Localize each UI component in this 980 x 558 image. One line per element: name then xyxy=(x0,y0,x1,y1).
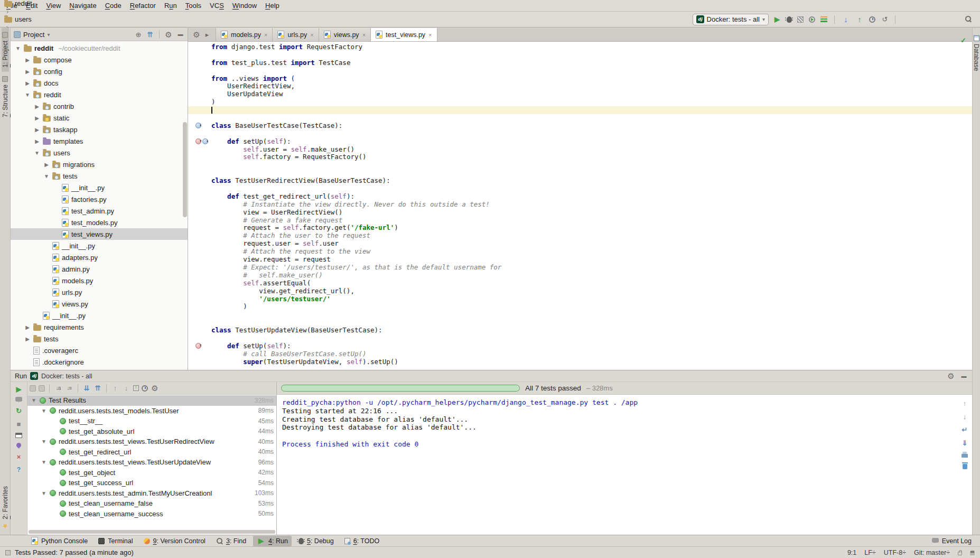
test-tree-row[interactable]: test_get_success_url 54ms xyxy=(27,478,276,488)
show-passed-icon[interactable] xyxy=(30,385,36,392)
undo-icon[interactable]: ↺ xyxy=(881,15,889,24)
expand-arrow-icon[interactable]: ▶ xyxy=(24,57,31,63)
project-tree-row[interactable]: ▶ taskapp xyxy=(11,124,188,135)
editor-tab-models.py[interactable]: models.py × xyxy=(216,28,273,41)
run-test-gutter-icon[interactable] xyxy=(195,123,201,128)
code-line[interactable]: def test_get_redirect_url(self): xyxy=(188,193,980,201)
collapse-all-icon[interactable]: ⇈ xyxy=(146,30,154,39)
project-tree-row[interactable]: ▶ migrations xyxy=(11,159,188,170)
project-tree-row[interactable]: ▶ compose xyxy=(11,54,188,66)
project-tree-row[interactable]: ▶ requirements xyxy=(11,321,188,333)
expand-arrow-icon[interactable]: ▶ xyxy=(24,336,31,342)
debug-icon[interactable] xyxy=(787,16,792,23)
breadcrumb-item[interactable]: reddit xyxy=(4,0,55,7)
project-tree-row[interactable]: urls.py xyxy=(11,286,188,298)
expand-all-icon[interactable]: ⇊ xyxy=(82,384,91,393)
code-line[interactable] xyxy=(188,51,980,59)
code-line[interactable]: view.request = request xyxy=(188,256,980,264)
project-tree-row[interactable]: __init__.py xyxy=(11,240,188,252)
tab-settings-icon[interactable]: ⚙ xyxy=(192,31,201,39)
project-tree-row[interactable]: ▼ reddit xyxy=(11,89,188,100)
code-line[interactable]: def setUp(self): xyxy=(188,138,980,146)
test-tree-row[interactable]: ▼ reddit.users.tests.test_views.TestUser… xyxy=(27,436,276,447)
code-line[interactable]: from ..views import ( xyxy=(188,75,980,83)
expand-arrow-icon[interactable]: ▶ xyxy=(24,69,31,75)
locate-icon[interactable]: ⊕ xyxy=(134,30,143,39)
help-icon[interactable]: ? xyxy=(15,466,23,474)
code-line[interactable]: class BaseUserTestCase(TestCase): xyxy=(188,122,980,130)
code-editor[interactable]: from django.test import RequestFactoryfr… xyxy=(188,42,980,370)
settings-icon[interactable]: ⚙ xyxy=(947,372,955,380)
test-tree-row[interactable]: test_get_redirect_url 40ms xyxy=(27,447,276,458)
sort-duration-icon[interactable]: ↓≡ xyxy=(65,384,73,393)
vcs-commit-icon[interactable]: ↑ xyxy=(855,15,864,24)
project-tree-row[interactable]: admin.py xyxy=(11,263,188,275)
chevron-down-icon[interactable]: ▾ xyxy=(47,32,50,38)
expand-arrow-icon[interactable]: ▶ xyxy=(43,162,50,168)
expand-arrow-icon[interactable]: ▶ xyxy=(34,115,40,121)
collapse-all-icon[interactable]: ⇈ xyxy=(94,384,102,393)
editor-tab-test_views.py[interactable]: test_views.py × xyxy=(371,28,437,41)
next-failed-icon[interactable]: ↓ xyxy=(122,384,130,393)
close-tab-icon[interactable]: × xyxy=(428,32,432,38)
tool-button-python-console[interactable]: Python Console xyxy=(27,536,91,546)
menu-tools[interactable]: Tools xyxy=(181,1,206,11)
test-tree-row[interactable]: ▼ reddit.users.tests.test_admin.TestMyUs… xyxy=(27,488,276,499)
close-icon[interactable]: × xyxy=(15,452,23,461)
collapse-arrow-icon[interactable]: ▼ xyxy=(41,408,47,414)
settings-icon[interactable]: ⚙ xyxy=(164,30,173,39)
menu-refactor[interactable]: Refactor xyxy=(126,1,160,11)
test-tree-row[interactable]: test__str__ 45ms xyxy=(27,416,276,426)
code-line[interactable]: # Instantiate the view directly. Never d… xyxy=(188,201,980,209)
hide-icon[interactable]: ▬ xyxy=(176,30,184,39)
code-line[interactable]: UserUpdateView xyxy=(188,90,980,98)
tool-button-4-run[interactable]: ▶4: Run xyxy=(253,536,292,546)
tool-button-6-todo[interactable]: 6: TODO xyxy=(341,536,384,546)
project-tree-row[interactable]: ▶ static xyxy=(11,112,188,124)
scroll-end-icon[interactable]: ⇓ xyxy=(960,439,969,447)
code-line[interactable] xyxy=(188,311,980,319)
menu-navigate[interactable]: Navigate xyxy=(65,1,100,11)
code-line[interactable]: class TestUserUpdateView(BaseUserTestCas… xyxy=(188,327,980,334)
breadcrumb-item[interactable]: users xyxy=(4,15,55,23)
status-caret-position[interactable]: 9:1 xyxy=(847,549,856,556)
profiler-icon[interactable] xyxy=(809,16,815,23)
prev-failed-icon[interactable]: ↑ xyxy=(111,384,119,393)
project-tree-row[interactable]: .dockerignore xyxy=(11,356,188,368)
code-line[interactable] xyxy=(188,130,980,138)
menu-vcs[interactable]: VCS xyxy=(206,1,228,11)
status-git-branch[interactable]: Git: master÷ xyxy=(914,549,950,556)
code-line[interactable] xyxy=(188,334,980,342)
tool-button-terminal[interactable]: Terminal xyxy=(95,536,136,546)
stop-icon[interactable]: ■ xyxy=(15,420,23,428)
code-line[interactable] xyxy=(188,114,980,122)
expand-arrow-icon[interactable]: ▶ xyxy=(34,138,40,144)
project-tree-row[interactable]: ▼ tests xyxy=(11,170,188,182)
collapse-arrow-icon[interactable]: ▼ xyxy=(15,45,21,51)
code-line[interactable]: '/users/testuser/' xyxy=(188,295,980,303)
project-tree-row[interactable]: test_views.py xyxy=(11,228,188,240)
softwrap-icon[interactable]: ↵ xyxy=(960,425,969,434)
run-icon[interactable]: ▶ xyxy=(773,15,781,24)
tool-stripe-favorites[interactable]: ★ 2: Favorites xyxy=(1,482,10,535)
code-line[interactable]: # self.make_user() xyxy=(188,272,980,280)
menu-code[interactable]: Code xyxy=(101,1,126,11)
project-tree-row[interactable]: ▼ reddit ~/cookiecutter/reddit xyxy=(11,42,188,54)
project-tree-row[interactable]: __init__.py xyxy=(11,182,188,193)
lock-icon[interactable] xyxy=(958,552,962,555)
code-line[interactable]: def setUp(self): xyxy=(188,342,980,350)
code-line[interactable]: class TestUserRedirectView(BaseUserTestC… xyxy=(188,177,980,185)
menu-help[interactable]: Help xyxy=(261,1,284,11)
history-icon[interactable] xyxy=(142,385,148,392)
expand-arrow-icon[interactable]: ▶ xyxy=(34,104,40,109)
print-icon[interactable] xyxy=(962,454,968,458)
code-line[interactable] xyxy=(188,169,980,177)
close-tab-icon[interactable]: × xyxy=(310,32,313,38)
test-tree-row[interactable]: test_clean_username_success 50ms xyxy=(27,509,276,519)
history-icon[interactable] xyxy=(869,16,875,23)
search-everywhere-button[interactable] xyxy=(965,15,972,24)
tool-stripe-project[interactable]: 1: Project xyxy=(2,28,9,72)
tool-button-3-find[interactable]: 3: Find xyxy=(212,536,250,546)
clear-icon[interactable] xyxy=(963,464,967,469)
project-tree-row[interactable]: views.py xyxy=(11,298,188,310)
